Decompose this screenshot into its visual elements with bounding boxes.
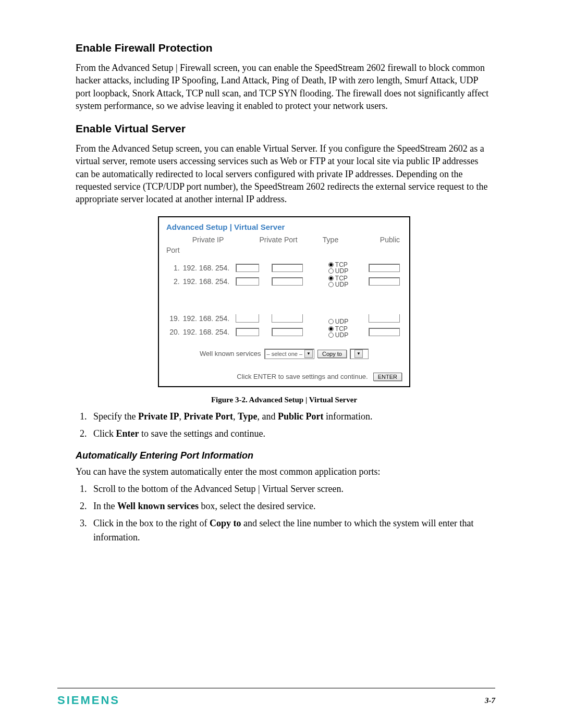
header-private-port: Private Port (250, 236, 307, 244)
text: Click (93, 428, 116, 439)
private-port-input[interactable] (272, 314, 303, 323)
private-port-input[interactable] (272, 264, 303, 272)
bold: Enter (116, 428, 139, 439)
table-headers: Private IP Private Port Type Public (166, 236, 402, 244)
row-number: 2. (166, 277, 183, 286)
bold: Type (238, 411, 258, 422)
header-private-ip: Private IP (166, 236, 250, 244)
label-udp: UDP (335, 318, 348, 325)
bold: Copy to (210, 518, 241, 528)
figure-caption: Figure 3-2. Advanced Setup | Virtual Ser… (211, 396, 357, 404)
list-item: Click in the box to the right of Copy to… (89, 516, 493, 545)
panel-title: Advanced Setup | Virtual Server (166, 223, 402, 231)
row-ip-prefix: 192. 168. 254. (183, 328, 235, 336)
radio-tcp[interactable] (328, 326, 334, 331)
figure-virtual-server: Advanced Setup | Virtual Server Private … (158, 216, 410, 387)
row-ip-prefix: 192. 168. 254. (183, 314, 235, 323)
bold: Private Port (183, 411, 232, 422)
copy-to-button[interactable]: Copy to (317, 350, 347, 358)
text: to save the settings and continue. (139, 428, 265, 439)
header-public: Public (349, 236, 402, 244)
steps-list-2: Scroll to the bottom of the Advanced Set… (76, 482, 493, 545)
table-row: 20. 192. 168. 254. TCP UDP (166, 326, 402, 338)
list-item: Click Enter to save the settings and con… (89, 427, 493, 441)
brand-logo: SIEMENS (57, 694, 120, 707)
private-port-input[interactable] (272, 277, 303, 286)
chevron-down-icon: ▼ (304, 350, 313, 358)
table-row: 1. 192. 168. 254. TCP UDP (166, 262, 402, 274)
radio-udp[interactable] (328, 268, 334, 274)
select-value: – select one – (267, 351, 303, 357)
enter-button[interactable]: ENTER (373, 373, 402, 381)
text: , (233, 411, 238, 422)
text: Specify the (93, 411, 138, 422)
radio-udp[interactable] (328, 332, 334, 338)
text: , and (258, 411, 278, 422)
public-port-input[interactable] (369, 328, 400, 336)
heading-enable-virtual-server: Enable Virtual Server (76, 122, 493, 135)
header-port: Port (166, 246, 402, 254)
table-row: 19. 192. 168. 254. . UDP (166, 312, 402, 325)
label-udp: UDP (335, 332, 348, 338)
private-ip-input[interactable] (236, 314, 260, 323)
chevron-down-icon: ▼ (354, 350, 363, 358)
subheading-auto-port: Automatically Entering Port Information (76, 450, 493, 461)
row-number: 19. (166, 314, 183, 323)
enter-hint: Click ENTER to save settings and continu… (237, 373, 368, 380)
label-udp: UDP (335, 268, 348, 274)
list-item: Specify the Private IP, Private Port, Ty… (89, 410, 493, 424)
radio-tcp[interactable] (328, 262, 334, 267)
para-auto-port: You can have the system automatically en… (76, 465, 493, 478)
private-ip-input[interactable] (236, 277, 260, 286)
radio-tcp[interactable] (328, 276, 334, 281)
radio-udp[interactable] (328, 319, 334, 324)
header-type: Type (312, 236, 349, 244)
row-ip-prefix: 192. 168. 254. (183, 264, 235, 272)
copy-to-select[interactable]: ▼ (350, 349, 369, 359)
bold: Public Port (278, 411, 324, 422)
bold: Private IP (138, 411, 179, 422)
para-firewall: From the Advanced Setup | Firewall scree… (76, 61, 493, 112)
radio-udp[interactable] (328, 282, 334, 287)
private-port-input[interactable] (272, 328, 303, 336)
row-ip-prefix: 192. 168. 254. (183, 277, 235, 286)
text: In the (93, 501, 117, 511)
label-tcp: TCP (335, 326, 348, 332)
text: Click in the box to the right of (93, 518, 210, 528)
private-ip-input[interactable] (236, 328, 260, 336)
label-udp: UDP (335, 281, 348, 288)
list-item: In the Well known services box, select t… (89, 499, 493, 513)
page-footer: SIEMENS 3-7 (57, 688, 495, 707)
well-known-services-label: Well known services (200, 350, 261, 357)
steps-list-1: Specify the Private IP, Private Port, Ty… (76, 410, 493, 441)
public-port-input[interactable] (369, 277, 400, 286)
text: information. (324, 411, 373, 422)
text: box, select the desired service. (199, 501, 315, 511)
table-row: 2. 192. 168. 254. TCP UDP (166, 275, 402, 288)
well-known-services-select[interactable]: – select one – ▼ (264, 349, 315, 359)
heading-enable-firewall: Enable Firewall Protection (76, 42, 493, 54)
public-port-input[interactable] (369, 314, 400, 323)
row-number: 20. (166, 328, 183, 336)
bold: Well known services (117, 501, 199, 511)
para-virtual-server: From the Advanced Setup screen, you can … (76, 142, 493, 205)
label-tcp: TCP (335, 262, 348, 268)
public-port-input[interactable] (369, 264, 400, 272)
page-number: 3-7 (485, 696, 495, 705)
row-gap (166, 289, 402, 312)
list-item: Scroll to the bottom of the Advanced Set… (89, 482, 493, 496)
label-tcp: TCP (335, 275, 348, 281)
private-ip-input[interactable] (236, 264, 260, 272)
row-number: 1. (166, 264, 183, 272)
